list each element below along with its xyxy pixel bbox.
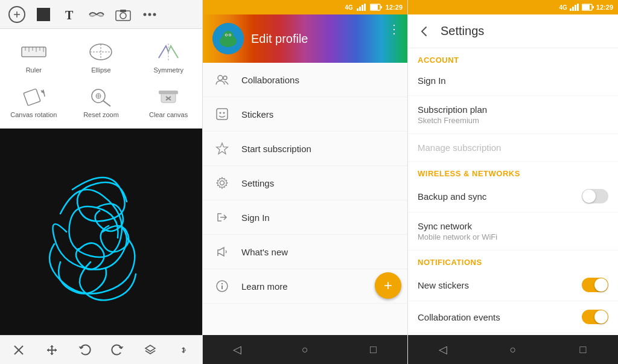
expand-icon: [177, 343, 190, 357]
move-button[interactable]: [41, 339, 63, 361]
svg-point-6: [144, 13, 147, 16]
settings-signal-icon: [570, 4, 579, 11]
sync-network-title: Sync network: [418, 221, 608, 231]
expand-button[interactable]: [173, 339, 194, 361]
collaboration-events-setting[interactable]: Collaboration events: [408, 301, 618, 333]
menu-item-whats-new[interactable]: What's new: [203, 235, 407, 269]
signal-bars-icon: [357, 4, 366, 11]
settings-home-nav-button[interactable]: ○: [499, 335, 527, 364]
text-tool-button[interactable]: T: [59, 4, 81, 25]
fab-add-button[interactable]: +: [375, 272, 401, 299]
mustache-icon: [88, 9, 105, 20]
ruler-icon: [19, 41, 48, 63]
sync-network-setting[interactable]: Sync network Mobile network or WiFi: [408, 212, 618, 251]
subscription-plan-setting[interactable]: Subscription plan Sketch Freemium: [408, 96, 618, 134]
ellipse-tool[interactable]: Ellipse: [68, 34, 135, 78]
svg-rect-32: [357, 8, 358, 11]
tools-grid: Ruler Ellipse Symmetry: [0, 29, 202, 129]
undo-button[interactable]: [74, 339, 95, 361]
clear-canvas-tool[interactable]: Clear canvas: [135, 78, 202, 123]
settings-signal: 4G: [559, 4, 567, 11]
svg-point-47: [223, 76, 227, 80]
whats-new-icon: [215, 244, 229, 259]
layers-button[interactable]: [139, 339, 161, 361]
menu-item-settings[interactable]: Settings: [203, 166, 407, 200]
camera-icon: [115, 8, 132, 21]
more-button[interactable]: [139, 4, 161, 25]
recents-nav-button[interactable]: □: [359, 335, 388, 364]
menu-header: Edit profile ⋮: [203, 14, 407, 63]
svg-rect-35: [364, 4, 366, 11]
svg-marker-51: [217, 143, 228, 154]
star-icon: [215, 142, 229, 155]
move-icon: [45, 343, 59, 357]
settings-recents-nav-button[interactable]: □: [569, 335, 597, 364]
settings-panel: 4G 12:29 Settings Account Sign In: [407, 0, 618, 364]
menu-nav-bar: ◁ ○ □: [203, 335, 407, 364]
svg-text:T: T: [65, 8, 74, 22]
subscription-plan-title: Subscription plan: [418, 104, 608, 115]
menu-item-sign-in[interactable]: Sign In: [203, 200, 407, 235]
sign-in-setting[interactable]: Sign In: [408, 67, 618, 96]
ellipse-icon: [86, 41, 115, 63]
menu-more-button[interactable]: ⋮: [388, 22, 400, 36]
menu-item-stickers[interactable]: Stickers: [203, 97, 407, 132]
sync-network-subtitle: Mobile network or WiFi: [418, 232, 608, 241]
stickers-label: Stickers: [241, 109, 273, 120]
reset-zoom-tool[interactable]: Reset zoom: [68, 78, 135, 123]
gear-icon: [215, 176, 229, 190]
backup-sync-setting[interactable]: Backup and sync: [408, 180, 618, 212]
account-section-header: Account: [408, 48, 618, 67]
svg-point-41: [223, 31, 234, 42]
new-stickers-setting[interactable]: New stickers: [408, 269, 618, 301]
backup-sync-toggle[interactable]: [582, 189, 608, 203]
settings-icon: [215, 176, 229, 190]
manage-subscription-setting[interactable]: Manage subscription: [408, 134, 618, 162]
avatar-image: [212, 23, 244, 54]
reset-zoom-label: Reset zoom: [83, 111, 119, 118]
circle-indicator: [8, 6, 25, 23]
drawing-canvas: [0, 129, 202, 335]
canvas-rotation-label: Canvas rotation: [10, 111, 57, 118]
settings-back-nav-button[interactable]: ◁: [428, 335, 457, 364]
svg-rect-62: [582, 5, 590, 10]
back-arrow-icon: [418, 25, 431, 38]
canvas-rotation-tool[interactable]: Canvas rotation: [0, 78, 68, 123]
settings-back-button[interactable]: [418, 25, 431, 38]
camera-button[interactable]: [112, 4, 134, 25]
new-stickers-toggle[interactable]: [582, 278, 608, 292]
svg-rect-37: [371, 5, 378, 10]
collaboration-events-toggle[interactable]: [582, 310, 608, 324]
ruler-tool[interactable]: Ruler: [0, 34, 68, 78]
menu-item-collaborations[interactable]: Collaborations: [203, 63, 407, 97]
clear-canvas-icon: [154, 86, 183, 107]
sign-in-icon: [215, 210, 229, 225]
svg-line-22: [103, 101, 110, 106]
color-swatch-button[interactable]: [33, 4, 54, 25]
svg-rect-60: [577, 4, 579, 11]
svg-point-8: [153, 13, 156, 16]
svg-rect-38: [381, 6, 382, 8]
learn-more-label: Learn more: [241, 281, 288, 292]
collaboration-events-knob: [594, 310, 608, 324]
symmetry-tool[interactable]: Symmetry: [135, 34, 202, 78]
text-icon: T: [63, 7, 77, 22]
stickers-icon: [215, 107, 229, 121]
home-nav-button[interactable]: ○: [291, 335, 320, 364]
menu-item-start-subscription[interactable]: Start subscription: [203, 132, 407, 166]
learn-more-icon: [215, 279, 229, 293]
back-nav-button[interactable]: ◁: [223, 335, 252, 364]
whats-new-label: What's new: [241, 247, 288, 257]
new-stickers-label: New stickers: [418, 280, 469, 290]
svg-rect-63: [593, 6, 594, 8]
redo-button[interactable]: [107, 339, 129, 361]
mustache-button[interactable]: [86, 4, 107, 25]
collaboration-events-label: Collaboration events: [418, 312, 500, 322]
settings-time: 12:29: [596, 4, 613, 11]
collaborations-icon: [215, 72, 229, 87]
menu-header-title: Edit profile: [251, 32, 308, 46]
close-button[interactable]: [8, 339, 30, 361]
ellipse-label: Ellipse: [91, 66, 110, 74]
indicator-button[interactable]: [6, 4, 28, 25]
canvas-drawing-area[interactable]: [0, 129, 202, 335]
